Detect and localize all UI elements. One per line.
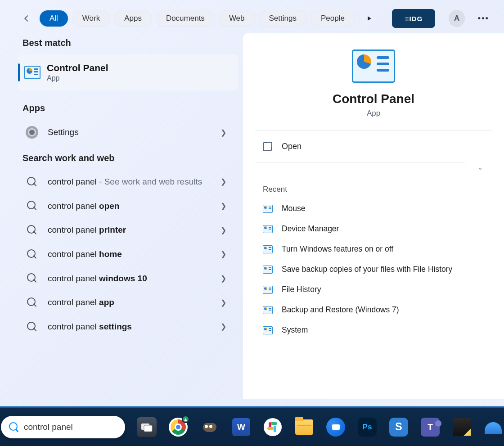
sticky-notes-icon[interactable] (452, 417, 472, 437)
recent-label: Turn Windows features on or off (282, 244, 393, 254)
web-suggestion[interactable]: control panel - See work and web results… (0, 170, 243, 194)
filter-tab-web[interactable]: Web (219, 10, 255, 27)
chevron-down-icon[interactable]: ⌄ (472, 160, 489, 175)
recent-item[interactable]: Backup and Restore (Windows 7) (255, 300, 492, 320)
web-suggestion[interactable]: control panel printer ❯ (0, 218, 243, 242)
search-icon (27, 322, 37, 332)
recent-item[interactable]: Turn Windows features on or off (255, 239, 492, 259)
control-panel-mini-icon (263, 326, 273, 334)
teams-icon[interactable]: T (420, 417, 440, 437)
recent-label: File History (282, 285, 321, 294)
filter-tab-settings[interactable]: Settings (259, 10, 306, 27)
web-suggestion[interactable]: control panel open ❯ (0, 194, 243, 218)
search-icon (9, 422, 18, 432)
taskbar-search[interactable] (1, 416, 125, 438)
nordvpn-icon[interactable] (483, 417, 503, 437)
recent-heading: Recent (255, 179, 492, 198)
control-panel-icon (24, 66, 40, 79)
filter-tab-apps[interactable]: Apps (114, 10, 152, 27)
detail-subtitle: App (255, 109, 492, 118)
recent-label: Backup and Restore (Windows 7) (282, 305, 399, 315)
suggestion-text: control panel open (48, 200, 235, 212)
back-arrow-icon[interactable] (21, 12, 32, 25)
overflow-menu-icon[interactable]: ••• (477, 11, 490, 26)
filter-bar: All Work Apps Documents Web Settings Peo… (0, 0, 504, 33)
recent-item[interactable]: Save backup copies of your files with Fi… (255, 259, 492, 279)
section-best-match: Best match (0, 38, 243, 54)
suggestion-text: control panel home (48, 248, 235, 260)
divider (255, 162, 465, 162)
results-list: Best match Control Panel App Apps Settin… (0, 33, 243, 399)
control-panel-mini-icon (263, 306, 273, 314)
search-icon (27, 273, 37, 283)
recent-item[interactable]: Mouse (255, 198, 492, 219)
chevron-right-icon: ❯ (219, 298, 228, 307)
control-panel-mini-icon (263, 205, 273, 213)
control-panel-mini-icon (263, 286, 273, 294)
chevron-right-icon: ❯ (219, 128, 228, 137)
task-view-icon[interactable] (137, 417, 157, 437)
suggestion-text: control panel windows 10 (48, 273, 235, 284)
best-match-subtitle: App (47, 74, 108, 82)
more-filters-icon[interactable] (362, 11, 376, 26)
recent-label: Mouse (282, 204, 306, 213)
filter-tab-documents[interactable]: Documents (156, 10, 215, 27)
taskbar: ▲ W Ps S T (0, 406, 504, 446)
open-action[interactable]: Open (255, 131, 492, 162)
search-input[interactable] (24, 422, 117, 432)
filter-tab-people[interactable]: People (311, 10, 355, 27)
search-icon (27, 297, 37, 307)
section-apps: Apps (0, 101, 243, 120)
web-suggestion[interactable]: control panel app ❯ (0, 290, 243, 315)
open-label: Open (282, 142, 302, 151)
snagit-icon[interactable]: S (389, 417, 409, 437)
gimp-icon[interactable] (200, 417, 220, 437)
best-match-card[interactable]: Control Panel App (18, 54, 238, 90)
chevron-right-icon: ❯ (219, 250, 228, 258)
suggestion-text: control panel settings (48, 321, 235, 333)
recent-item[interactable]: Device Manager (255, 219, 492, 239)
svg-rect-1 (144, 425, 152, 432)
suggestion-text: control panel - See work and web results (48, 176, 235, 188)
detail-title: Control Panel (255, 92, 492, 106)
control-panel-mini-icon (263, 225, 273, 233)
chevron-right-icon: ❯ (219, 274, 228, 283)
web-suggestion[interactable]: control panel home ❯ (0, 242, 243, 266)
open-external-icon (263, 142, 272, 151)
recent-item[interactable]: File History (255, 279, 492, 300)
slack-icon[interactable] (263, 417, 283, 437)
recent-item[interactable]: System (255, 320, 492, 340)
gear-icon (26, 126, 38, 139)
suggestion-text: control panel printer (48, 224, 235, 236)
photoshop-icon[interactable]: Ps (357, 417, 377, 437)
file-explorer-icon[interactable] (294, 417, 314, 437)
control-panel-mini-icon (263, 245, 273, 253)
app-result-label: Settings (48, 126, 235, 138)
search-results-area: Best match Control Panel App Apps Settin… (0, 33, 504, 399)
best-match-title: Control Panel (47, 63, 108, 73)
web-suggestion[interactable]: control panel windows 10 ❯ (0, 266, 243, 291)
app-result-settings[interactable]: Settings ❯ (0, 120, 243, 145)
recent-label: Save backup copies of your files with Fi… (282, 265, 452, 274)
suggestion-text: control panel app (48, 297, 235, 308)
detail-pane: Control Panel App Open ⌄ Recent Mouse De… (243, 33, 504, 399)
word-icon[interactable]: W (231, 417, 251, 437)
chevron-right-icon: ❯ (219, 177, 228, 186)
filter-tab-all[interactable]: All (40, 10, 68, 27)
avatar[interactable]: A (449, 10, 464, 27)
section-search-work-web: Search work and web (0, 145, 243, 170)
control-panel-icon (352, 50, 395, 83)
search-icon (27, 249, 37, 259)
search-icon (27, 225, 37, 235)
recent-label: System (282, 325, 308, 335)
chevron-right-icon: ❯ (219, 226, 228, 234)
control-panel-mini-icon (263, 266, 273, 274)
chrome-icon[interactable]: ▲ (168, 417, 188, 437)
filter-tab-work[interactable]: Work (72, 10, 110, 27)
recent-label: Device Manager (282, 224, 339, 234)
search-icon (27, 201, 37, 211)
chevron-right-icon: ❯ (219, 322, 228, 331)
org-badge[interactable]: ≡IDG (392, 9, 435, 28)
web-suggestion[interactable]: control panel settings ❯ (0, 315, 243, 339)
zoom-icon[interactable] (326, 417, 346, 437)
